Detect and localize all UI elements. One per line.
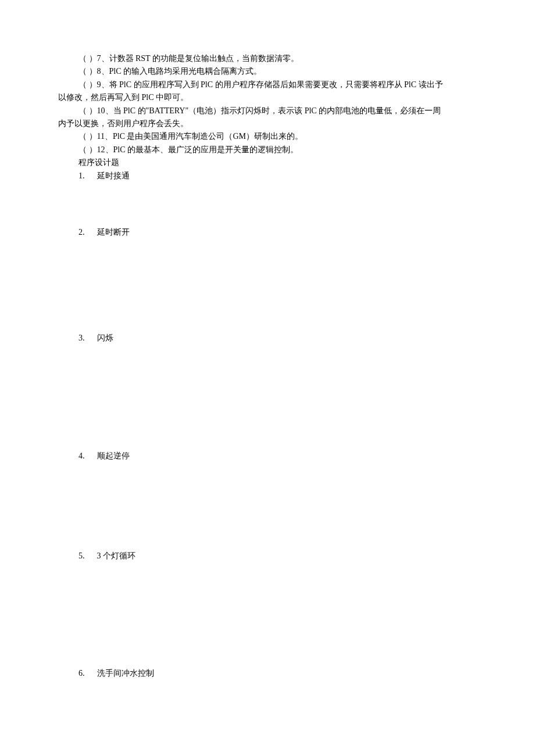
prog-label-4: 顺起逆停	[97, 452, 130, 460]
prog-label-2: 延时断开	[97, 228, 130, 237]
spacer	[58, 182, 477, 226]
question-10-line2: 内予以更换，否则用户程序会丢失。	[58, 117, 477, 130]
prog-item-2: 2. 延时断开	[79, 226, 477, 239]
prog-number-4: 4.	[79, 450, 95, 463]
prog-number-3: 3.	[79, 332, 95, 345]
question-12: （ ）12、PlC 的最基本、最广泛的应用是开关量的逻辑控制。	[58, 144, 477, 156]
section-title-programming: 程序设计题	[58, 156, 477, 169]
spacer	[58, 463, 477, 550]
spacer	[58, 345, 477, 450]
prog-label-6: 洗手间冲水控制	[97, 669, 154, 678]
question-10-line1: （ ）10、当 PlC 的"BATTERY"（电池）指示灯闪烁时，表示该 PlC…	[58, 105, 477, 117]
prog-label-1: 延时接通	[97, 171, 130, 180]
prog-number-6: 6.	[79, 667, 95, 680]
question-8: （ ）8、PlC 的输入电路均采用光电耦合隔离方式。	[58, 65, 477, 78]
prog-item-3: 3. 闪烁	[79, 332, 477, 345]
prog-number-2: 2.	[79, 226, 95, 239]
question-11: （ ）11、PlC 是由美国通用汽车制造公司（GM）研制出来的。	[58, 130, 477, 143]
question-9-line2: 以修改，然后再写入到 PlC 中即可。	[58, 91, 477, 104]
prog-label-5: 3 个灯循环	[97, 551, 136, 560]
question-9-line1: （ ）9、将 PlC 的应用程序写入到 PlC 的用户程序存储器后如果需要更改，…	[58, 78, 477, 91]
document-content: （ ）7、计数器 RST 的功能是复位输出触点，当前数据清零。 （ ）8、PlC…	[0, 0, 535, 715]
prog-item-1: 1. 延时接通	[79, 170, 477, 182]
prog-label-3: 闪烁	[97, 334, 113, 342]
prog-item-4: 4. 顺起逆停	[79, 450, 477, 463]
spacer	[58, 239, 477, 332]
prog-number-5: 5.	[79, 550, 95, 562]
prog-item-6: 6. 洗手间冲水控制	[79, 667, 477, 680]
prog-item-5: 5. 3 个灯循环	[79, 550, 477, 562]
question-7: （ ）7、计数器 RST 的功能是复位输出触点，当前数据清零。	[58, 52, 477, 65]
prog-number-1: 1.	[79, 170, 95, 182]
spacer	[58, 562, 477, 667]
